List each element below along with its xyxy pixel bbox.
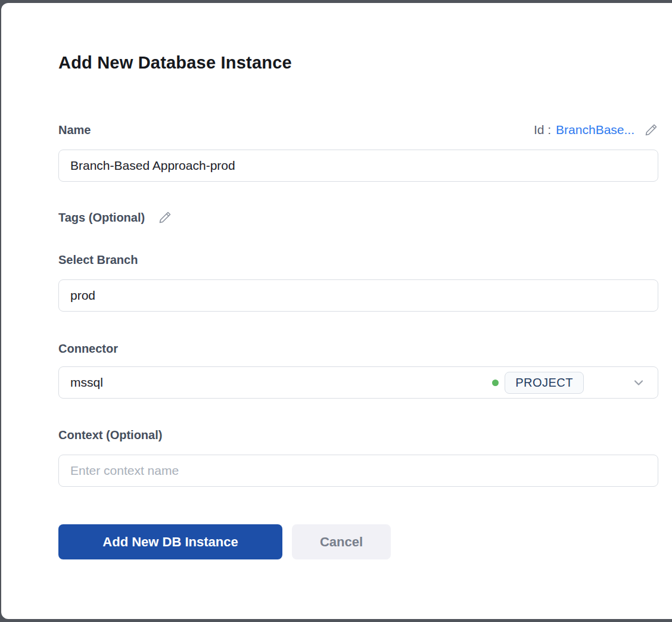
connector-select[interactable]: mssql PROJECT: [58, 366, 658, 399]
modal-content: Add New Database Instance Name Id : Bran…: [1, 3, 601, 559]
instance-id-row: Id : BranchBase...: [534, 123, 658, 137]
add-db-instance-button[interactable]: Add New DB Instance: [58, 524, 282, 559]
context-input[interactable]: [58, 455, 658, 487]
branch-label: Select Branch: [58, 253, 138, 267]
connector-field-group: Connector mssql PROJECT: [58, 342, 658, 399]
branch-input[interactable]: [58, 279, 658, 312]
cancel-button[interactable]: Cancel: [292, 524, 391, 559]
tags-label: Tags (Optional): [58, 211, 145, 225]
context-field-group: Context (Optional): [58, 428, 658, 487]
name-input[interactable]: [58, 150, 658, 182]
page-title: Add New Database Instance: [58, 53, 601, 73]
instance-id-link[interactable]: BranchBase...: [556, 123, 634, 137]
edit-tags-pencil-icon[interactable]: [158, 210, 172, 225]
tags-field-group: Tags (Optional): [58, 210, 658, 225]
id-prefix-label: Id :: [534, 123, 551, 137]
add-db-instance-modal: ✕ Add New Database Instance Name Id : Br…: [1, 3, 672, 619]
name-label: Name: [58, 123, 91, 137]
context-label: Context (Optional): [58, 428, 162, 442]
project-badge: PROJECT: [505, 372, 584, 394]
name-field-group: Name Id : BranchBase...: [58, 123, 658, 182]
connector-status-dot: [492, 380, 499, 386]
edit-id-pencil-icon[interactable]: [644, 123, 658, 137]
branch-field-group: Select Branch: [58, 253, 658, 312]
connector-value: mssql: [70, 375, 103, 390]
chevron-down-icon[interactable]: [631, 375, 646, 390]
button-row: Add New DB Instance Cancel: [58, 524, 601, 559]
connector-label: Connector: [58, 342, 118, 356]
